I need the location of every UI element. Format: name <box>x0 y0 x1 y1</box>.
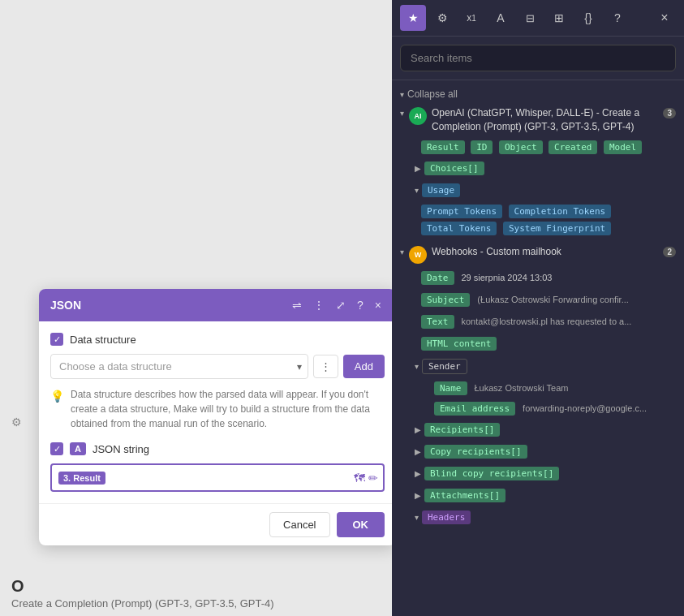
webhooks-badge: 2 <box>663 247 676 257</box>
structure-select-wrap: Choose a data structure ▾ <box>50 354 308 379</box>
right-panel: ★ ⚙ x1 A ⊟ ⊞ {} ? × ▾ Collapse all ▾ AI … <box>392 0 684 616</box>
bottom-bar: O Create a Completion (Prompt) (GPT-3, G… <box>0 571 392 616</box>
total-tokens-tag[interactable]: Total Tokens <box>421 222 497 235</box>
attachments-row[interactable]: ▶ Attachments[] <box>392 485 684 506</box>
date-tag[interactable]: Date <box>421 271 454 285</box>
text-tag[interactable]: Text <box>421 315 454 329</box>
collapse-arrow-icon: ▾ <box>400 90 404 99</box>
headers-row[interactable]: ▾ Headers <box>392 506 684 528</box>
object-tag[interactable]: Object <box>499 140 543 154</box>
recipients-tag[interactable]: Recipients[] <box>424 423 500 437</box>
sender-name-row: Name Łukasz Ostrowski Team <box>392 378 684 398</box>
sender-email-row: Email address forwarding-noreply@google.… <box>392 398 684 419</box>
token-edit-btn[interactable]: ✏ <box>368 472 378 485</box>
add-structure-btn[interactable]: Add <box>343 355 385 378</box>
subject-tag[interactable]: Subject <box>421 293 470 307</box>
json-panel-help-btn[interactable]: ? <box>354 297 367 313</box>
toolbar-calendar-btn[interactable]: ⊟ <box>517 5 543 31</box>
token-map-btn[interactable]: 🗺 <box>354 472 365 485</box>
json-panel-more-btn[interactable]: ⋮ <box>310 297 328 313</box>
structure-select[interactable]: Choose a data structure <box>50 354 308 379</box>
openai-basic-tags: Result ID Object Created Model <box>392 137 684 157</box>
html-content-tag[interactable]: HTML content <box>421 337 497 351</box>
sender-expand-icon: ▾ <box>415 362 419 371</box>
toolbar-superscript-btn[interactable]: x1 <box>458 5 484 31</box>
data-structure-label: Data structure <box>70 334 136 346</box>
openai-module-header[interactable]: ▾ AI OpenAI (ChatGPT, Whisper, DALL-E) -… <box>392 103 684 137</box>
choices-expand-icon: ▶ <box>415 164 421 173</box>
help-text: 💡 Data structure describes how the parse… <box>50 387 385 431</box>
choices-tag[interactable]: Choices[] <box>424 162 484 175</box>
collapse-all-row[interactable]: ▾ Collapse all <box>392 85 684 103</box>
name-tag[interactable]: Name <box>434 381 467 395</box>
headers-tag[interactable]: Headers <box>422 510 471 524</box>
webhooks-module-header[interactable]: ▾ W Webhooks - Custom mailhook 2 <box>392 242 684 267</box>
webhooks-icon: W <box>409 246 427 264</box>
sender-tag[interactable]: Sender <box>422 359 467 374</box>
json-panel-close-btn[interactable]: × <box>372 297 385 313</box>
blind-copy-row[interactable]: ▶ Blind copy recipients[] <box>392 463 684 485</box>
choices-row[interactable]: ▶ Choices[] <box>392 157 684 179</box>
usage-row[interactable]: ▾ Usage <box>392 179 684 201</box>
cancel-button[interactable]: Cancel <box>269 512 329 537</box>
copy-recipients-tag[interactable]: Copy recipients[] <box>424 445 527 459</box>
subject-value: (Łukasz Ostrowski Forwarding confir... <box>477 293 634 306</box>
settings-icon[interactable]: ⚙ <box>6 412 26 432</box>
json-panel: JSON ⇌ ⋮ ⤢ ? × Data structure Choose a d… <box>39 289 396 545</box>
toolbar-gear-btn[interactable]: ⚙ <box>429 5 455 31</box>
sender-row[interactable]: ▾ Sender <box>392 355 684 378</box>
text-row: Text kontakt@lostrowski.pl has requested… <box>392 311 684 333</box>
data-structure-checkbox[interactable] <box>50 333 63 346</box>
json-string-row: A JSON string <box>50 442 385 455</box>
more-options-btn[interactable]: ⋮ <box>313 355 338 378</box>
json-panel-title: JSON <box>50 299 81 312</box>
text-value: kontakt@lostrowski.pl has requested to a… <box>462 315 638 328</box>
toolbar-help-btn[interactable]: ? <box>604 5 630 31</box>
blind-copy-tag[interactable]: Blind copy recipients[] <box>424 467 559 480</box>
toolbar-text-btn[interactable]: A <box>488 5 514 31</box>
bottom-description: Create a Completion (Prompt) (GPT-3, GPT… <box>11 597 381 610</box>
blind-copy-expand-icon: ▶ <box>415 469 421 478</box>
created-tag[interactable]: Created <box>548 140 597 154</box>
webhooks-toggle-icon: ▾ <box>400 248 404 256</box>
html-content-row: HTML content <box>392 333 684 355</box>
search-input[interactable] <box>400 45 676 71</box>
openai-badge: 3 <box>663 108 676 118</box>
json-panel-expand-btn[interactable]: ⤢ <box>333 297 349 313</box>
toolbar-table-btn[interactable]: ⊞ <box>546 5 572 31</box>
usage-tag[interactable]: Usage <box>422 183 460 197</box>
result-tag[interactable]: Result <box>421 140 465 154</box>
help-icon: 💡 <box>50 388 64 431</box>
json-panel-header: JSON ⇌ ⋮ ⤢ ? × <box>39 289 396 321</box>
toolbar-star-btn[interactable]: ★ <box>400 5 426 31</box>
recipients-expand-icon: ▶ <box>415 425 421 434</box>
model-tag[interactable]: Model <box>604 140 642 154</box>
recipients-row[interactable]: ▶ Recipients[] <box>392 419 684 441</box>
token-input-wrap: 3. Result 🗺 ✏ <box>50 463 385 492</box>
email-address-tag[interactable]: Email address <box>434 402 515 416</box>
webhooks-module: ▾ W Webhooks - Custom mailhook 2 Date 29… <box>392 242 684 528</box>
completion-tokens-tag[interactable]: Completion Tokens <box>509 205 612 218</box>
collapse-all-label: Collapse all <box>407 88 458 100</box>
toolbar-close-btn[interactable]: × <box>653 6 676 29</box>
id-tag[interactable]: ID <box>471 140 493 154</box>
items-list: ▾ Collapse all ▾ AI OpenAI (ChatGPT, Whi… <box>392 80 684 616</box>
webhooks-title: Webhooks - Custom mailhook <box>432 245 658 259</box>
copy-recipients-expand-icon: ▶ <box>415 447 421 456</box>
toolbar-brace-btn[interactable]: {} <box>575 5 601 31</box>
attachments-expand-icon: ▶ <box>415 491 421 500</box>
subject-row: Subject (Łukasz Ostrowski Forwarding con… <box>392 289 684 311</box>
usage-expand-icon: ▾ <box>415 186 419 195</box>
prompt-tokens-tag[interactable]: Prompt Tokens <box>421 205 502 218</box>
system-fingerprint-tag[interactable]: System Fingerprint <box>503 222 611 235</box>
attachments-tag[interactable]: Attachments[] <box>424 489 505 502</box>
json-string-checkbox[interactable] <box>50 442 63 455</box>
token-badge: 3. Result <box>58 472 105 485</box>
panel-footer: Cancel OK <box>39 503 396 545</box>
ok-button[interactable]: OK <box>337 512 385 537</box>
right-toolbar: ★ ⚙ x1 A ⊟ ⊞ {} ? × <box>392 0 684 37</box>
json-panel-share-btn[interactable]: ⇌ <box>289 297 305 313</box>
copy-recipients-row[interactable]: ▶ Copy recipients[] <box>392 441 684 463</box>
date-row: Date 29 sierpnia 2024 13:03 <box>392 267 684 289</box>
headers-expand-icon: ▾ <box>415 513 419 522</box>
